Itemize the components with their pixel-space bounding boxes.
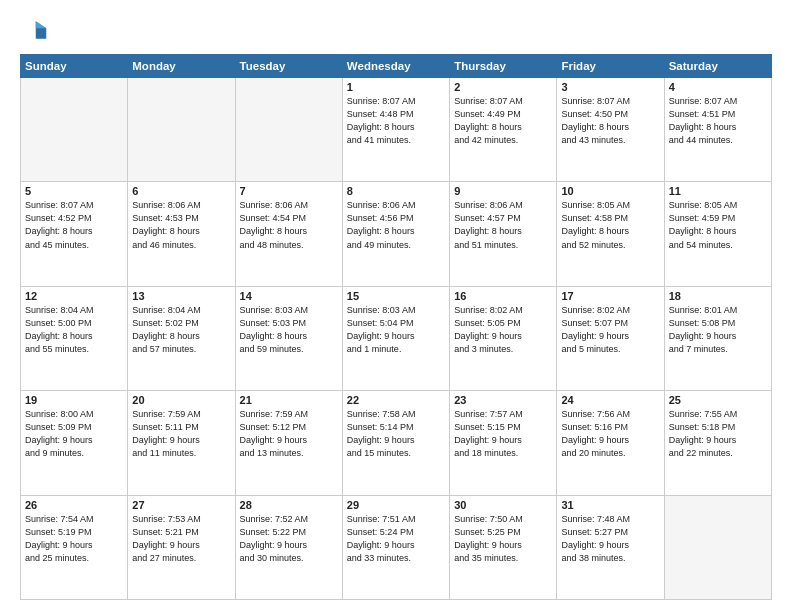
col-header-sunday: Sunday — [21, 55, 128, 78]
day-info: Sunrise: 8:06 AM Sunset: 4:54 PM Dayligh… — [240, 199, 338, 251]
day-number: 23 — [454, 394, 552, 406]
day-number: 2 — [454, 81, 552, 93]
day-info: Sunrise: 7:52 AM Sunset: 5:22 PM Dayligh… — [240, 513, 338, 565]
day-number: 14 — [240, 290, 338, 302]
day-number: 24 — [561, 394, 659, 406]
calendar-header-row: SundayMondayTuesdayWednesdayThursdayFrid… — [21, 55, 772, 78]
calendar-cell: 7Sunrise: 8:06 AM Sunset: 4:54 PM Daylig… — [235, 182, 342, 286]
day-number: 31 — [561, 499, 659, 511]
day-number: 25 — [669, 394, 767, 406]
day-info: Sunrise: 8:06 AM Sunset: 4:56 PM Dayligh… — [347, 199, 445, 251]
day-number: 30 — [454, 499, 552, 511]
calendar-cell: 22Sunrise: 7:58 AM Sunset: 5:14 PM Dayli… — [342, 391, 449, 495]
calendar-week-4: 19Sunrise: 8:00 AM Sunset: 5:09 PM Dayli… — [21, 391, 772, 495]
calendar-cell: 18Sunrise: 8:01 AM Sunset: 5:08 PM Dayli… — [664, 286, 771, 390]
day-number: 27 — [132, 499, 230, 511]
calendar-week-2: 5Sunrise: 8:07 AM Sunset: 4:52 PM Daylig… — [21, 182, 772, 286]
day-info: Sunrise: 7:50 AM Sunset: 5:25 PM Dayligh… — [454, 513, 552, 565]
calendar-cell: 11Sunrise: 8:05 AM Sunset: 4:59 PM Dayli… — [664, 182, 771, 286]
calendar-cell: 27Sunrise: 7:53 AM Sunset: 5:21 PM Dayli… — [128, 495, 235, 599]
col-header-thursday: Thursday — [450, 55, 557, 78]
calendar-cell: 29Sunrise: 7:51 AM Sunset: 5:24 PM Dayli… — [342, 495, 449, 599]
day-number: 9 — [454, 185, 552, 197]
calendar-week-3: 12Sunrise: 8:04 AM Sunset: 5:00 PM Dayli… — [21, 286, 772, 390]
calendar-cell: 28Sunrise: 7:52 AM Sunset: 5:22 PM Dayli… — [235, 495, 342, 599]
col-header-wednesday: Wednesday — [342, 55, 449, 78]
calendar-cell: 12Sunrise: 8:04 AM Sunset: 5:00 PM Dayli… — [21, 286, 128, 390]
day-number: 6 — [132, 185, 230, 197]
calendar-cell: 15Sunrise: 8:03 AM Sunset: 5:04 PM Dayli… — [342, 286, 449, 390]
day-info: Sunrise: 7:51 AM Sunset: 5:24 PM Dayligh… — [347, 513, 445, 565]
day-number: 29 — [347, 499, 445, 511]
calendar-cell: 4Sunrise: 8:07 AM Sunset: 4:51 PM Daylig… — [664, 78, 771, 182]
day-number: 22 — [347, 394, 445, 406]
day-info: Sunrise: 8:07 AM Sunset: 4:48 PM Dayligh… — [347, 95, 445, 147]
calendar-cell: 2Sunrise: 8:07 AM Sunset: 4:49 PM Daylig… — [450, 78, 557, 182]
day-number: 26 — [25, 499, 123, 511]
day-info: Sunrise: 8:04 AM Sunset: 5:00 PM Dayligh… — [25, 304, 123, 356]
calendar-cell: 3Sunrise: 8:07 AM Sunset: 4:50 PM Daylig… — [557, 78, 664, 182]
col-header-monday: Monday — [128, 55, 235, 78]
day-number: 10 — [561, 185, 659, 197]
day-info: Sunrise: 8:00 AM Sunset: 5:09 PM Dayligh… — [25, 408, 123, 460]
calendar-cell: 19Sunrise: 8:00 AM Sunset: 5:09 PM Dayli… — [21, 391, 128, 495]
day-info: Sunrise: 8:06 AM Sunset: 4:57 PM Dayligh… — [454, 199, 552, 251]
calendar-cell — [664, 495, 771, 599]
day-number: 4 — [669, 81, 767, 93]
day-number: 5 — [25, 185, 123, 197]
day-info: Sunrise: 7:54 AM Sunset: 5:19 PM Dayligh… — [25, 513, 123, 565]
header — [20, 16, 772, 44]
day-number: 7 — [240, 185, 338, 197]
day-info: Sunrise: 7:53 AM Sunset: 5:21 PM Dayligh… — [132, 513, 230, 565]
day-info: Sunrise: 8:02 AM Sunset: 5:07 PM Dayligh… — [561, 304, 659, 356]
calendar-cell: 10Sunrise: 8:05 AM Sunset: 4:58 PM Dayli… — [557, 182, 664, 286]
col-header-friday: Friday — [557, 55, 664, 78]
day-info: Sunrise: 7:59 AM Sunset: 5:11 PM Dayligh… — [132, 408, 230, 460]
day-info: Sunrise: 8:07 AM Sunset: 4:50 PM Dayligh… — [561, 95, 659, 147]
day-number: 3 — [561, 81, 659, 93]
day-info: Sunrise: 7:58 AM Sunset: 5:14 PM Dayligh… — [347, 408, 445, 460]
day-info: Sunrise: 8:06 AM Sunset: 4:53 PM Dayligh… — [132, 199, 230, 251]
day-number: 13 — [132, 290, 230, 302]
day-number: 1 — [347, 81, 445, 93]
calendar-cell: 24Sunrise: 7:56 AM Sunset: 5:16 PM Dayli… — [557, 391, 664, 495]
day-info: Sunrise: 8:07 AM Sunset: 4:49 PM Dayligh… — [454, 95, 552, 147]
calendar-cell — [21, 78, 128, 182]
col-header-tuesday: Tuesday — [235, 55, 342, 78]
day-number: 28 — [240, 499, 338, 511]
day-number: 15 — [347, 290, 445, 302]
day-number: 21 — [240, 394, 338, 406]
day-info: Sunrise: 7:55 AM Sunset: 5:18 PM Dayligh… — [669, 408, 767, 460]
day-number: 12 — [25, 290, 123, 302]
day-info: Sunrise: 8:05 AM Sunset: 4:58 PM Dayligh… — [561, 199, 659, 251]
day-number: 17 — [561, 290, 659, 302]
day-info: Sunrise: 7:48 AM Sunset: 5:27 PM Dayligh… — [561, 513, 659, 565]
calendar-cell: 16Sunrise: 8:02 AM Sunset: 5:05 PM Dayli… — [450, 286, 557, 390]
calendar-cell: 6Sunrise: 8:06 AM Sunset: 4:53 PM Daylig… — [128, 182, 235, 286]
day-number: 19 — [25, 394, 123, 406]
day-info: Sunrise: 8:01 AM Sunset: 5:08 PM Dayligh… — [669, 304, 767, 356]
day-info: Sunrise: 8:05 AM Sunset: 4:59 PM Dayligh… — [669, 199, 767, 251]
day-info: Sunrise: 8:03 AM Sunset: 5:04 PM Dayligh… — [347, 304, 445, 356]
day-number: 20 — [132, 394, 230, 406]
calendar-cell: 31Sunrise: 7:48 AM Sunset: 5:27 PM Dayli… — [557, 495, 664, 599]
calendar-cell: 26Sunrise: 7:54 AM Sunset: 5:19 PM Dayli… — [21, 495, 128, 599]
calendar-cell: 21Sunrise: 7:59 AM Sunset: 5:12 PM Dayli… — [235, 391, 342, 495]
day-info: Sunrise: 8:07 AM Sunset: 4:51 PM Dayligh… — [669, 95, 767, 147]
calendar-cell: 5Sunrise: 8:07 AM Sunset: 4:52 PM Daylig… — [21, 182, 128, 286]
logo-icon — [20, 16, 48, 44]
calendar-cell: 20Sunrise: 7:59 AM Sunset: 5:11 PM Dayli… — [128, 391, 235, 495]
calendar-cell: 1Sunrise: 8:07 AM Sunset: 4:48 PM Daylig… — [342, 78, 449, 182]
calendar-cell: 17Sunrise: 8:02 AM Sunset: 5:07 PM Dayli… — [557, 286, 664, 390]
calendar-cell: 9Sunrise: 8:06 AM Sunset: 4:57 PM Daylig… — [450, 182, 557, 286]
calendar-cell: 25Sunrise: 7:55 AM Sunset: 5:18 PM Dayli… — [664, 391, 771, 495]
calendar-cell — [128, 78, 235, 182]
day-number: 11 — [669, 185, 767, 197]
calendar-week-5: 26Sunrise: 7:54 AM Sunset: 5:19 PM Dayli… — [21, 495, 772, 599]
day-info: Sunrise: 8:04 AM Sunset: 5:02 PM Dayligh… — [132, 304, 230, 356]
calendar-cell: 13Sunrise: 8:04 AM Sunset: 5:02 PM Dayli… — [128, 286, 235, 390]
page: SundayMondayTuesdayWednesdayThursdayFrid… — [0, 0, 792, 612]
day-number: 18 — [669, 290, 767, 302]
day-info: Sunrise: 8:07 AM Sunset: 4:52 PM Dayligh… — [25, 199, 123, 251]
col-header-saturday: Saturday — [664, 55, 771, 78]
